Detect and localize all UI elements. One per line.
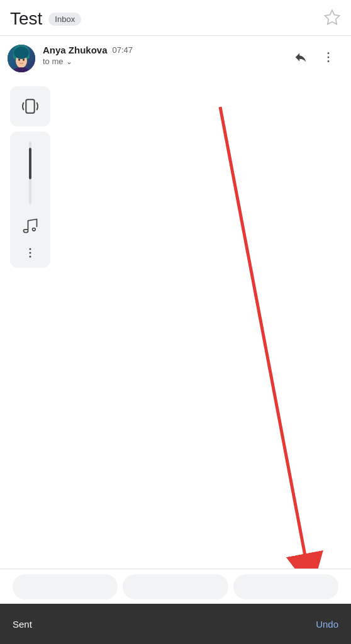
svg-rect-14 (26, 99, 34, 113)
media-panel (10, 131, 50, 268)
sender-name: Anya Zhukova (43, 45, 108, 55)
sender-line: Anya Zhukova 07:47 (43, 45, 281, 55)
more-options-button[interactable] (316, 45, 341, 70)
page-title: Test (10, 9, 42, 29)
email-info: Anya Zhukova 07:47 to me ⌄ (43, 45, 281, 66)
svg-point-17 (30, 252, 31, 254)
attachment-area (0, 81, 351, 273)
chevron-down-icon: ⌄ (66, 57, 72, 66)
star-button[interactable] (323, 9, 341, 29)
email-header: Test Inbox (0, 0, 351, 35)
music-note-icon-box[interactable] (21, 217, 39, 238)
more-options-icon (321, 50, 335, 64)
svg-point-18 (30, 256, 31, 258)
email-actions (288, 45, 341, 70)
tab-item-2[interactable] (123, 574, 228, 599)
reply-button[interactable] (288, 45, 313, 70)
tab-item-3[interactable] (233, 574, 338, 599)
header-left: Test Inbox (10, 9, 81, 29)
svg-marker-0 (325, 10, 339, 24)
svg-point-16 (30, 248, 31, 250)
svg-point-15 (33, 228, 36, 231)
vertical-dots-button[interactable] (23, 245, 38, 263)
vibrate-icon-box[interactable] (10, 86, 50, 126)
undo-button[interactable]: Undo (316, 619, 338, 630)
slider-track (29, 142, 31, 204)
reply-icon (294, 50, 308, 64)
svg-point-7 (18, 58, 20, 61)
star-icon (323, 9, 341, 26)
slider-thumb (29, 148, 31, 179)
avatar-image (8, 45, 35, 72)
to-label: to me (43, 57, 64, 66)
vertical-slider[interactable] (29, 136, 31, 209)
to-line[interactable]: to me ⌄ (43, 57, 281, 66)
svg-point-11 (328, 52, 330, 54)
svg-point-13 (328, 60, 330, 62)
svg-point-6 (14, 47, 29, 59)
vibrate-icon (20, 96, 40, 116)
vertical-dots-icon (23, 245, 38, 260)
email-time: 07:47 (113, 45, 133, 55)
email-row: Anya Zhukova 07:47 to me ⌄ (0, 36, 351, 81)
avatar (8, 45, 35, 72)
music-note-icon (21, 217, 39, 235)
snackbar-sent-label: Sent (13, 619, 32, 630)
bottom-tabs (0, 569, 351, 604)
snackbar: Sent Undo (0, 604, 351, 644)
svg-point-8 (23, 58, 25, 61)
tab-item-1[interactable] (13, 574, 118, 599)
inbox-badge: Inbox (48, 13, 81, 26)
svg-point-12 (328, 57, 330, 58)
